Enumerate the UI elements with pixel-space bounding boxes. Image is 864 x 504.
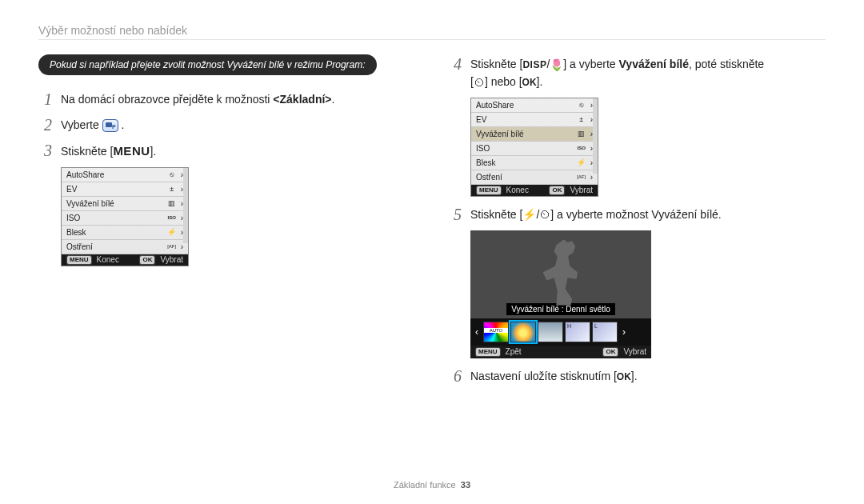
scrollbar: [593, 98, 598, 174]
wb-option-cloudy: [538, 322, 563, 342]
wb-options-strip: ‹ ›: [470, 318, 651, 346]
ev-icon: ±: [166, 185, 178, 193]
ok-glyph: OK: [602, 347, 618, 357]
wb-icon: ▥: [576, 130, 587, 138]
menu-glyph: MENU: [66, 255, 92, 265]
wb-option-fluorescent-h: [565, 322, 590, 342]
footer-select-label: Vybrat: [570, 186, 593, 194]
step-6-text: Nastavení uložíte stisknutím [OK].: [470, 366, 826, 385]
iso-icon: ISO: [576, 146, 587, 150]
step-5-text: Stiskněte [⚡/⏲] a vyberte možnost Vyváže…: [470, 205, 826, 224]
menu-item-label: AutoShare: [66, 170, 104, 179]
step-3-text: Stiskněte [MENU].: [61, 141, 416, 161]
example-callout: Pokud si například přejete zvolit možnos…: [38, 54, 377, 75]
menu-glyph: MENU: [475, 347, 501, 357]
autoshare-icon: ⎋: [166, 170, 178, 178]
mode-program-icon: [102, 119, 118, 132]
page-footer: Základní funkce 33: [0, 480, 864, 490]
menu-item-label: ISO: [476, 144, 490, 153]
breadcrumb: Výběr možností nebo nabídek: [38, 24, 826, 37]
footer-back-label: Zpět: [506, 347, 522, 356]
white-balance-preview-panel: Vyvážení bílé : Denní světlo ‹ › MENU Zp…: [470, 230, 651, 358]
wb-option-auto: [483, 322, 509, 342]
ev-icon: ±: [576, 115, 587, 123]
flash-icon: ⚡: [576, 158, 587, 166]
menu-item-label: Blesk: [476, 158, 495, 167]
camera-menu-panel-highlighted: AutoShare⎋› EV±› Vyvážení bílé▥› ISOISO›…: [470, 98, 598, 197]
ok-glyph: OK: [139, 255, 155, 265]
timer-icon: ⏲: [474, 74, 485, 91]
af-icon: [AF]: [576, 174, 587, 179]
step-2-text: Vyberte .: [61, 115, 416, 134]
menu-item-label: Ostření: [66, 242, 93, 251]
timer-icon: ⏲: [539, 206, 550, 223]
flash-icon: ⚡: [522, 206, 536, 223]
flash-icon: ⚡: [166, 228, 178, 236]
menu-item-label: ISO: [66, 214, 80, 222]
menu-item-selected: Vyvážení bílé▥›: [471, 127, 598, 142]
ok-glyph: OK: [549, 186, 565, 195]
step-number: 5: [448, 205, 467, 224]
footer-exit-label: Konec: [506, 186, 529, 194]
step-number: 3: [38, 141, 58, 160]
step-number: 4: [448, 54, 467, 74]
step-number: 1: [38, 90, 58, 109]
footer-select-label: Vybrat: [623, 347, 646, 356]
wb-option-fluorescent-l: [592, 322, 618, 342]
camera-menu-panel: AutoShare⎋› EV±› Vyvážení bílé▥› ISOISO›…: [61, 167, 189, 266]
step-1-text: Na domácí obrazovce přejděte k možnosti …: [61, 90, 416, 108]
menu-glyph: MENU: [476, 186, 502, 195]
step-number: 2: [38, 115, 58, 134]
menu-item-label: AutoShare: [476, 101, 514, 110]
footer-exit-label: Konec: [97, 255, 119, 264]
autoshare-icon: ⎋: [576, 101, 587, 109]
wb-icon: ▥: [166, 199, 178, 207]
menu-item-label: EV: [66, 185, 77, 194]
divider: [38, 39, 826, 40]
macro-icon: 🌷: [550, 57, 563, 74]
scrollbar: [183, 168, 188, 243]
iso-icon: ISO: [166, 215, 178, 220]
preview-silhouette: [533, 240, 589, 306]
af-icon: [AF]: [166, 244, 178, 249]
chevron-left-icon: ‹: [472, 326, 482, 338]
step-number: 6: [448, 366, 467, 386]
wb-option-daylight-selected: [510, 322, 536, 342]
chevron-right-icon: ›: [619, 326, 629, 338]
menu-item-label: Ostření: [476, 173, 502, 182]
menu-item-label: EV: [476, 115, 486, 124]
footer-select-label: Vybrat: [160, 255, 183, 264]
menu-item-label: Blesk: [66, 228, 86, 237]
step-4-text: Stiskněte [DISP/🌷] a vyberte Vyvážení bí…: [470, 54, 826, 91]
menu-item-label: Vyvážení bílé: [66, 199, 114, 208]
